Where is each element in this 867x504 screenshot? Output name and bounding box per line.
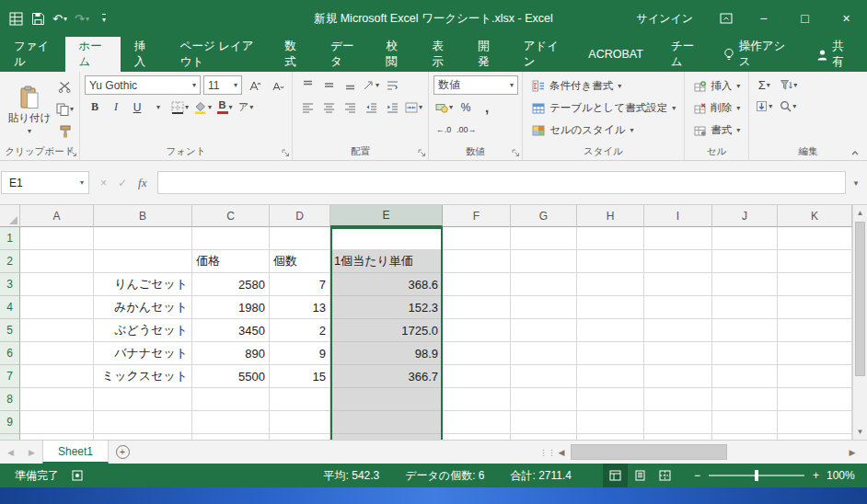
column-header-J[interactable]: J bbox=[712, 205, 778, 227]
cell-I6[interactable] bbox=[644, 342, 712, 365]
cell-H7[interactable] bbox=[577, 365, 644, 388]
cell-I9[interactable] bbox=[644, 411, 712, 434]
cell-A10[interactable] bbox=[20, 434, 94, 440]
cell-H5[interactable] bbox=[577, 319, 644, 342]
decrease-font-button[interactable] bbox=[268, 75, 288, 95]
insert-cells-button[interactable]: 挿入 ▾ bbox=[689, 75, 745, 97]
zoom-slider-thumb[interactable] bbox=[755, 470, 758, 481]
phonetic-dropdown-icon[interactable]: ▾ bbox=[249, 103, 253, 111]
cell-K2[interactable] bbox=[778, 250, 852, 273]
sort-filter-button[interactable]: ▾ bbox=[778, 75, 799, 95]
align-left-button[interactable] bbox=[297, 97, 318, 117]
cell-D5[interactable]: 2 bbox=[270, 319, 330, 342]
cell-H2[interactable] bbox=[577, 250, 644, 273]
currency-format-button[interactable]: ▾ bbox=[434, 97, 455, 117]
cell-A8[interactable] bbox=[20, 388, 94, 411]
font-color-dropdown-icon[interactable]: ▾ bbox=[229, 103, 233, 111]
sign-in-button[interactable]: サインイン bbox=[620, 0, 710, 37]
ribbon-tab-データ[interactable]: データ bbox=[317, 37, 372, 72]
prev-sheet-button[interactable]: ◀ bbox=[0, 441, 21, 464]
cell-J7[interactable] bbox=[712, 365, 778, 388]
row-header-9[interactable]: 9 bbox=[0, 411, 20, 434]
page-break-view-button[interactable] bbox=[653, 464, 677, 487]
zoom-out-button[interactable]: − bbox=[694, 469, 700, 482]
borders-button[interactable]: ▾ bbox=[169, 97, 191, 117]
excel-app-icon[interactable] bbox=[6, 6, 26, 30]
row-header-1[interactable]: 1 bbox=[0, 227, 20, 250]
cell-I1[interactable] bbox=[644, 227, 712, 250]
ribbon-tab-開発[interactable]: 開発 bbox=[464, 37, 510, 72]
cell-E10[interactable] bbox=[330, 434, 443, 440]
cell-F9[interactable] bbox=[443, 411, 511, 434]
cut-button[interactable] bbox=[54, 77, 75, 97]
cell-C9[interactable] bbox=[192, 411, 270, 434]
cell-G5[interactable] bbox=[511, 319, 577, 342]
cell-E7[interactable]: 366.7 bbox=[330, 365, 443, 388]
borders-dropdown-icon[interactable]: ▾ bbox=[185, 103, 189, 111]
format-as-table-button[interactable]: テーブルとして書式設定 ▾ bbox=[527, 97, 680, 119]
cell-K8[interactable] bbox=[778, 388, 852, 411]
cell-G8[interactable] bbox=[511, 388, 577, 411]
row-header-4[interactable]: 4 bbox=[0, 296, 20, 319]
cell-I7[interactable] bbox=[644, 365, 712, 388]
ribbon-tab-数式[interactable]: 数式 bbox=[271, 37, 317, 72]
wrap-text-button[interactable] bbox=[382, 75, 402, 95]
cell-D4[interactable]: 13 bbox=[270, 296, 330, 319]
cell-D3[interactable]: 7 bbox=[270, 273, 330, 296]
sort-filter-dropdown-icon[interactable]: ▾ bbox=[793, 81, 797, 89]
tell-me-button[interactable]: 操作アシス bbox=[712, 37, 802, 72]
cell-A6[interactable] bbox=[20, 342, 94, 365]
cell-J8[interactable] bbox=[712, 388, 778, 411]
cell-C2[interactable]: 価格 bbox=[192, 250, 270, 273]
cell-C5[interactable]: 3450 bbox=[192, 319, 270, 342]
cell-D7[interactable]: 15 bbox=[270, 365, 330, 388]
column-header-F[interactable]: F bbox=[443, 205, 511, 227]
increase-indent-button[interactable] bbox=[382, 97, 402, 117]
column-header-I[interactable]: I bbox=[644, 205, 712, 227]
cell-K4[interactable] bbox=[778, 296, 852, 319]
cell-F2[interactable] bbox=[443, 250, 511, 273]
formula-input[interactable] bbox=[157, 171, 846, 194]
scroll-up-button[interactable]: ▲ bbox=[853, 205, 867, 221]
font-dialog-launcher[interactable] bbox=[282, 149, 290, 157]
enter-button[interactable]: ✓ bbox=[118, 177, 127, 189]
cell-H3[interactable] bbox=[577, 273, 644, 296]
sheet-tab-sheet1[interactable]: Sheet1 bbox=[42, 441, 109, 464]
orientation-dropdown-icon[interactable]: ▾ bbox=[376, 81, 379, 89]
cell-G3[interactable] bbox=[511, 273, 577, 296]
cell-B4[interactable]: みかんセット bbox=[94, 296, 192, 319]
cell-A7[interactable] bbox=[20, 365, 94, 388]
cell-F3[interactable] bbox=[443, 273, 511, 296]
cell-B2[interactable] bbox=[94, 250, 192, 273]
scroll-right-button[interactable]: ▶ bbox=[843, 448, 861, 457]
ribbon-display-options-button[interactable] bbox=[710, 0, 743, 37]
phonetic-guide-button[interactable]: ア ▾ bbox=[236, 97, 256, 117]
cell-G7[interactable] bbox=[511, 365, 577, 388]
name-box-dropdown-icon[interactable]: ▾ bbox=[75, 178, 88, 187]
cell-G10[interactable] bbox=[511, 434, 577, 440]
collapse-ribbon-button[interactable] bbox=[850, 149, 860, 156]
undo-button[interactable]: ↶ ▾ bbox=[50, 6, 70, 30]
cell-G2[interactable] bbox=[511, 250, 577, 273]
minimize-button[interactable]: − bbox=[743, 0, 784, 37]
cell-E9[interactable] bbox=[330, 411, 443, 434]
align-center-button[interactable] bbox=[318, 97, 339, 117]
merge-center-button[interactable]: ▾ bbox=[403, 97, 424, 117]
redo-button[interactable]: ↷ ▾ bbox=[72, 6, 92, 30]
column-header-B[interactable]: B bbox=[94, 205, 192, 227]
fill-dropdown-icon[interactable]: ▾ bbox=[769, 102, 772, 110]
find-select-button[interactable]: ▾ bbox=[778, 97, 798, 116]
cell-H8[interactable] bbox=[577, 388, 644, 411]
cell-A2[interactable] bbox=[20, 250, 94, 273]
cell-K3[interactable] bbox=[778, 273, 852, 296]
tab-split-handle[interactable]: ⋮⋮ bbox=[543, 448, 552, 457]
cell-H6[interactable] bbox=[577, 342, 644, 365]
cell-J1[interactable] bbox=[712, 227, 778, 250]
zoom-slider[interactable] bbox=[709, 475, 804, 476]
maximize-button[interactable]: □ bbox=[784, 0, 826, 37]
cell-F10[interactable] bbox=[443, 434, 511, 440]
cell-K1[interactable] bbox=[778, 227, 852, 250]
cell-F5[interactable] bbox=[443, 319, 511, 342]
scroll-down-button[interactable]: ▼ bbox=[853, 424, 867, 440]
font-name-select[interactable]: Yu Gothic ▾ bbox=[85, 75, 201, 95]
